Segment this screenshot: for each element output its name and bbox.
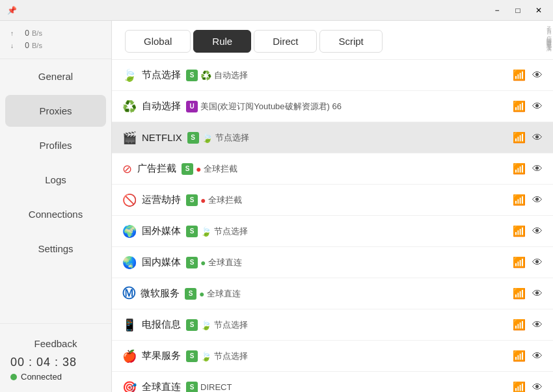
rule-actions-auto-select: 📶 👁 — [513, 100, 543, 112]
rule-row-ad-block: ⊘ 广告拦截 S ● 全球拦截 📶 👁 — [112, 153, 553, 185]
rule-name-auto-select: 自动选择 — [142, 100, 181, 112]
eye-icon-ad-block[interactable]: 👁 — [532, 163, 543, 175]
eye-icon-domestic-media[interactable]: 👁 — [532, 257, 543, 268]
rule-badge-netflix: S — [187, 132, 199, 144]
sidebar-item-connections[interactable]: Connections — [5, 198, 106, 230]
rule-row-netflix: 🎬 NETFLIX S 🍃 节点选择 📶 👁 — [112, 122, 553, 153]
sidebar-item-settings[interactable]: Settings — [5, 233, 106, 265]
rule-actions-hijack: 📶 👁 — [513, 194, 543, 206]
rule-icon-apple: 🍎 — [122, 349, 137, 363]
rule-actions-telegram: 📶 👁 — [513, 319, 543, 331]
connection-timer: 00 : 04 : 38 — [10, 356, 101, 369]
rule-row-domestic-media: 🌏 国内媒体 S ● 全球直连 📶 👁 — [112, 247, 553, 278]
main-content: Global Rule Direct Script 🍃 节点选择 S ♻️ 自动… — [112, 21, 553, 392]
rule-icon-auto-select: ♻️ — [122, 99, 137, 114]
scroll-label-3[interactable]: N — [545, 26, 552, 30]
rule-target-netflix: 节点选择 — [215, 132, 249, 144]
rule-target-icon-apple: 🍃 — [200, 351, 211, 361]
upload-arrow-icon: ↑ — [10, 29, 14, 39]
sidebar-item-proxies[interactable]: Proxies — [5, 95, 106, 127]
traffic-stats: ↑ 0 B/s ↓ 0 B/s — [0, 21, 111, 59]
eye-icon-ms-service[interactable]: 👁 — [532, 288, 543, 300]
rule-icon-telegram: 📱 — [122, 318, 137, 332]
rule-name-overseas-media: 国外媒体 — [142, 225, 181, 237]
rule-icon-node-select: 🍃 — [122, 68, 137, 83]
titlebar: 📌 − □ ✕ — [0, 0, 553, 21]
download-value: 0 — [16, 40, 29, 52]
wifi-icon-node-select[interactable]: 📶 — [513, 69, 526, 81]
wifi-icon-auto-select[interactable]: 📶 — [513, 100, 526, 112]
rule-badge-domestic-media: S — [186, 257, 198, 268]
wifi-icon-ad-block[interactable]: 📶 — [513, 163, 526, 175]
rule-target-overseas-media: 节点选择 — [214, 226, 248, 237]
eye-icon-auto-select[interactable]: 👁 — [532, 101, 543, 112]
wifi-icon-domestic-media[interactable]: 📶 — [513, 256, 526, 268]
rule-row-ms-service: Ⓜ 微软服务 S ● 全球直连 📶 👁 — [112, 278, 553, 309]
wifi-icon-netflix[interactable]: 📶 — [513, 131, 526, 144]
rule-icon-netflix: 🎬 — [122, 131, 137, 145]
eye-icon-telegram[interactable]: 👁 — [532, 319, 543, 331]
rule-target-icon-netflix: 🍃 — [202, 133, 213, 143]
scroll-index: 节 自 N 广 运 国 国 微 电 苹 全 满 — [544, 21, 553, 392]
rule-actions-ad-block: 📶 👁 — [513, 163, 543, 175]
eye-icon-node-select[interactable]: 👁 — [532, 70, 543, 81]
wifi-icon-telegram[interactable]: 📶 — [513, 319, 526, 331]
tab-direct[interactable]: Direct — [254, 30, 317, 53]
sidebar-item-logs[interactable]: Logs — [5, 164, 106, 196]
eye-icon-netflix[interactable]: 👁 — [532, 132, 543, 144]
eye-icon-hijack[interactable]: 👁 — [532, 194, 543, 206]
tab-global[interactable]: Global — [125, 30, 191, 53]
rule-badge-telegram: S — [186, 319, 198, 331]
wifi-icon-overseas-media[interactable]: 📶 — [513, 225, 526, 237]
rule-icon-domestic-media: 🌏 — [122, 255, 137, 270]
rule-target-hijack: 全球拦截 — [208, 194, 242, 206]
maximize-button[interactable]: □ — [509, 4, 527, 17]
sidebar: ↑ 0 B/s ↓ 0 B/s General Proxies Profiles… — [0, 21, 112, 392]
upload-unit: B/s — [32, 28, 42, 40]
rule-badge-hijack: S — [186, 194, 198, 206]
rule-target-telegram: 节点选择 — [214, 319, 248, 331]
eye-icon-global-direct[interactable]: 👁 — [532, 382, 543, 393]
sidebar-item-general[interactable]: General — [5, 60, 106, 92]
rule-actions-netflix: 📶 👁 — [513, 131, 543, 144]
eye-icon-apple[interactable]: 👁 — [532, 350, 543, 362]
rule-target-ad-block: 全球拦截 — [204, 163, 237, 175]
feedback-link[interactable]: Feedback — [10, 332, 101, 356]
rule-badge-ms-service: S — [185, 288, 196, 300]
rule-target-icon-ms-service: ● — [199, 289, 204, 299]
rule-icon-ad-block: ⊘ — [122, 162, 132, 176]
connected-indicator — [10, 374, 17, 380]
tab-script[interactable]: Script — [319, 30, 382, 53]
rules-list: 🍃 节点选择 S ♻️ 自动选择 📶 👁 ♻️ 自动选择 U 美国(欢迎订阅Yo… — [112, 60, 553, 392]
rule-name-domestic-media: 国内媒体 — [142, 256, 181, 268]
tab-rule[interactable]: Rule — [193, 30, 251, 53]
rule-actions-domestic-media: 📶 👁 — [513, 256, 543, 268]
wifi-icon-ms-service[interactable]: 📶 — [513, 287, 526, 300]
rule-row-apple: 🍎 苹果服务 S 🍃 节点选择 📶 👁 — [112, 341, 553, 372]
rule-target-icon-node-select: ♻️ — [200, 70, 211, 81]
rule-name-ad-block: 广告拦截 — [137, 163, 176, 175]
rule-badge-auto-select: U — [186, 101, 198, 112]
rule-target-ms-service: 全球直连 — [207, 288, 241, 300]
download-unit: B/s — [32, 40, 42, 52]
close-button[interactable]: ✕ — [530, 4, 548, 17]
wifi-icon-global-direct[interactable]: 📶 — [513, 381, 526, 392]
sidebar-item-profiles[interactable]: Profiles — [5, 129, 106, 161]
rule-name-node-select: 节点选择 — [142, 69, 181, 81]
wifi-icon-hijack[interactable]: 📶 — [513, 194, 526, 206]
rule-name-telegram: 电报信息 — [142, 319, 181, 331]
sidebar-nav: General Proxies Profiles Logs Connection… — [0, 59, 111, 323]
upload-value: 0 — [16, 27, 29, 40]
pin-button[interactable]: 📌 — [5, 4, 18, 17]
rule-badge-global-direct: S — [186, 382, 198, 393]
tab-bar: Global Rule Direct Script — [112, 21, 553, 60]
connected-label: Connected — [21, 372, 62, 382]
rule-name-hijack: 运营劫持 — [142, 194, 181, 206]
minimize-button[interactable]: − — [488, 4, 506, 17]
eye-icon-overseas-media[interactable]: 👁 — [532, 226, 543, 237]
rule-target-node-select: 自动选择 — [214, 70, 248, 81]
rule-icon-ms-service: Ⓜ — [122, 285, 135, 302]
wifi-icon-apple[interactable]: 📶 — [513, 350, 526, 362]
sidebar-footer: Feedback 00 : 04 : 38 Connected — [0, 323, 111, 392]
rule-target-icon-domestic-media: ● — [200, 257, 206, 268]
